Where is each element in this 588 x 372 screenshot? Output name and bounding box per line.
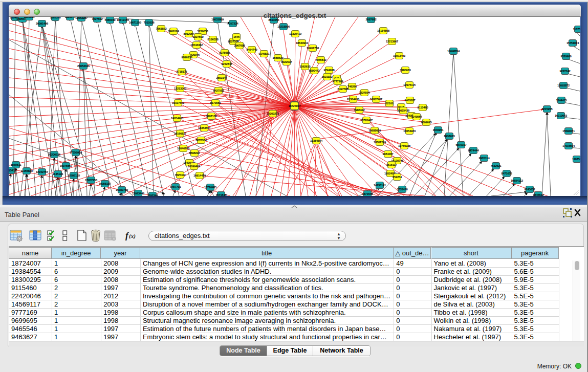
svg-text:10648764: 10648764 xyxy=(447,50,460,53)
svg-text:9084067: 9084067 xyxy=(382,152,393,156)
svg-text:7632621: 7632621 xyxy=(490,164,502,167)
svg-text:13353594: 13353594 xyxy=(198,126,211,129)
svg-text:1349564: 1349564 xyxy=(411,115,422,118)
svg-text:18724007: 18724007 xyxy=(288,104,300,107)
svg-text:10973493: 10973493 xyxy=(393,54,406,57)
svg-text:1621022: 1621022 xyxy=(321,75,332,78)
svg-text:1562615: 1562615 xyxy=(299,65,311,68)
svg-text:8698222: 8698222 xyxy=(189,151,200,155)
svg-text:9463627: 9463627 xyxy=(404,99,415,102)
svg-text:15218506: 15218506 xyxy=(277,25,290,28)
svg-text:15692971: 15692971 xyxy=(562,129,575,133)
svg-text:9146821: 9146821 xyxy=(258,52,270,55)
svg-text:10958107: 10958107 xyxy=(99,182,111,185)
svg-text:2967608: 2967608 xyxy=(234,44,245,47)
svg-text:2935114: 2935114 xyxy=(479,157,490,160)
svg-text:12975115: 12975115 xyxy=(403,83,416,86)
svg-text:1588520: 1588520 xyxy=(272,56,283,59)
svg-text:3960124: 3960124 xyxy=(168,30,179,33)
svg-text:16210643: 16210643 xyxy=(555,114,568,117)
svg-text:9777169: 9777169 xyxy=(332,80,343,83)
svg-text:1546: 1546 xyxy=(233,35,240,38)
svg-text:16961758: 16961758 xyxy=(307,47,319,50)
svg-text:746266: 746266 xyxy=(347,85,357,88)
svg-text:14136141: 14136141 xyxy=(374,184,386,187)
svg-text:8170081: 8170081 xyxy=(210,101,221,104)
svg-text:5375685: 5375685 xyxy=(219,51,230,54)
svg-text:9699695: 9699695 xyxy=(421,121,432,124)
svg-text:12325419: 12325419 xyxy=(289,32,302,35)
svg-text:10807487: 10807487 xyxy=(370,98,382,101)
svg-text:19756928: 19756928 xyxy=(398,144,411,147)
svg-text:6497568: 6497568 xyxy=(337,87,349,91)
svg-text:16782759: 16782759 xyxy=(116,188,128,191)
svg-text:8938923: 8938923 xyxy=(444,135,455,138)
svg-text:15300273: 15300273 xyxy=(267,112,279,115)
svg-text:1244415: 1244415 xyxy=(556,99,567,102)
svg-text:9474444: 9474444 xyxy=(468,149,479,152)
svg-text:10025438: 10025438 xyxy=(397,109,410,112)
svg-text:15751074: 15751074 xyxy=(567,41,579,45)
svg-text:8322037: 8322037 xyxy=(281,60,292,63)
svg-text:116753: 116753 xyxy=(572,158,580,161)
svg-text:9227342: 9227342 xyxy=(559,70,570,73)
svg-text:3267130: 3267130 xyxy=(206,115,216,118)
svg-text:1733426: 1733426 xyxy=(397,188,408,191)
svg-text:8215955: 8215955 xyxy=(541,107,553,111)
svg-text:1624554: 1624554 xyxy=(359,91,370,94)
svg-text:1850611: 1850611 xyxy=(11,163,22,166)
svg-text:2718176: 2718176 xyxy=(176,70,187,73)
svg-text:16154808: 16154808 xyxy=(377,29,390,32)
svg-text:7625402: 7625402 xyxy=(175,173,185,177)
svg-text:16543362: 16543362 xyxy=(190,43,203,47)
svg-text:9327509: 9327509 xyxy=(192,35,204,38)
svg-text:20091406: 20091406 xyxy=(36,22,49,25)
svg-text:1615117: 1615117 xyxy=(386,163,397,166)
svg-text:12942757: 12942757 xyxy=(36,170,48,173)
svg-text:18807249: 18807249 xyxy=(374,141,386,144)
svg-text:15720407: 15720407 xyxy=(360,119,373,122)
svg-text:7955812: 7955812 xyxy=(315,58,326,61)
svg-text:17957253: 17957253 xyxy=(85,179,98,182)
svg-text:8678334: 8678334 xyxy=(195,139,207,142)
svg-text:12505135: 12505135 xyxy=(68,174,80,177)
svg-text:1640951: 1640951 xyxy=(432,128,444,132)
svg-text:10975867: 10975867 xyxy=(60,164,72,167)
svg-text:7485063: 7485063 xyxy=(400,69,411,72)
svg-text:13654923: 13654923 xyxy=(403,129,416,133)
svg-text:19654963: 19654963 xyxy=(171,117,184,120)
svg-text:10107553: 10107553 xyxy=(172,101,185,104)
svg-text:11156829: 11156829 xyxy=(20,169,33,172)
svg-text:20206536: 20206536 xyxy=(48,153,61,156)
svg-text:21364436: 21364436 xyxy=(347,98,360,101)
svg-text:8427552: 8427552 xyxy=(213,89,224,92)
svg-text:1371648: 1371648 xyxy=(362,192,373,195)
svg-text:17359934: 17359934 xyxy=(70,151,82,154)
svg-text:2803144: 2803144 xyxy=(216,76,227,79)
svg-text:12923446: 12923446 xyxy=(132,192,145,195)
svg-text:9329966: 9329966 xyxy=(560,55,572,58)
svg-text:10654112: 10654112 xyxy=(511,179,523,182)
svg-text:20053346: 20053346 xyxy=(77,64,90,68)
svg-text:9794028: 9794028 xyxy=(323,69,335,72)
svg-text:16099469: 16099469 xyxy=(188,165,201,168)
svg-text:12213967: 12213967 xyxy=(386,40,398,43)
svg-text:8186328: 8186328 xyxy=(207,38,219,41)
svg-text:9896136: 9896136 xyxy=(181,56,192,59)
svg-text:12093872: 12093872 xyxy=(557,84,570,87)
svg-text:9457791: 9457791 xyxy=(170,185,181,188)
svg-text:19166827: 19166827 xyxy=(174,132,186,135)
svg-text:7357224: 7357224 xyxy=(227,22,238,25)
svg-text:252254: 252254 xyxy=(393,176,402,179)
svg-text:62160: 62160 xyxy=(385,102,393,105)
svg-text:8990443: 8990443 xyxy=(309,69,320,72)
svg-text:7515526: 7515526 xyxy=(143,21,155,24)
svg-text:9242848: 9242848 xyxy=(221,62,232,65)
svg-text:1167531: 1167531 xyxy=(573,28,580,31)
svg-text:5226058: 5226058 xyxy=(197,30,208,33)
svg-text:9245652: 9245652 xyxy=(524,188,535,191)
svg-text:16914479: 16914479 xyxy=(193,174,206,177)
svg-text:3915411: 3915411 xyxy=(9,169,16,172)
svg-text:16046788: 16046788 xyxy=(177,147,190,150)
svg-text:7663822: 7663822 xyxy=(156,27,166,30)
